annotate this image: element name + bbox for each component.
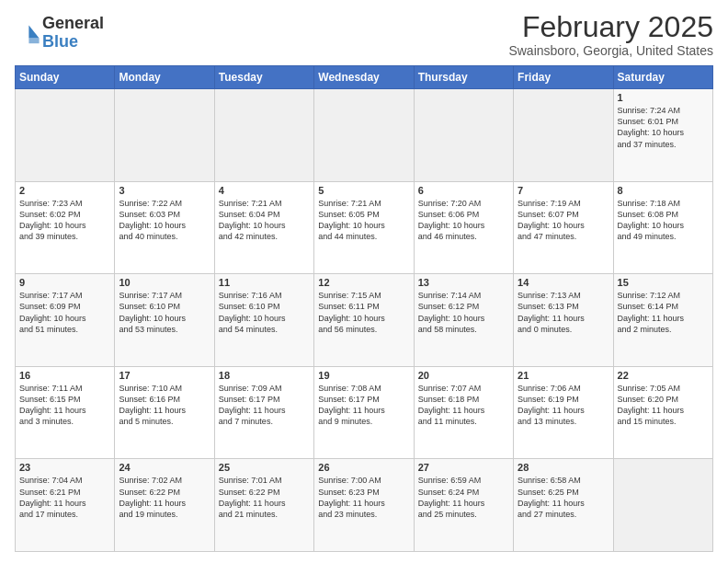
day-number: 14 [518,277,609,288]
calendar-cell: 27Sunrise: 6:59 AM Sunset: 6:24 PM Dayli… [414,459,513,552]
calendar-cell [414,89,513,182]
weekday-header: Tuesday [214,66,313,89]
day-number: 11 [219,277,310,288]
calendar-cell: 16Sunrise: 7:11 AM Sunset: 6:15 PM Dayli… [16,366,115,459]
day-number: 25 [219,462,310,473]
day-number: 12 [318,277,409,288]
day-number: 24 [119,462,210,473]
calendar-cell: 12Sunrise: 7:15 AM Sunset: 6:11 PM Dayli… [314,274,414,367]
day-number: 1 [618,92,709,103]
month-title: February 2025 [508,11,713,43]
day-number: 15 [618,277,709,288]
day-info: Sunrise: 7:04 AM Sunset: 6:21 PM Dayligh… [19,475,110,520]
calendar-cell: 26Sunrise: 7:00 AM Sunset: 6:23 PM Dayli… [314,459,414,552]
day-info: Sunrise: 7:18 AM Sunset: 6:08 PM Dayligh… [618,198,709,243]
day-info: Sunrise: 7:21 AM Sunset: 6:04 PM Dayligh… [219,198,310,243]
calendar-cell: 6Sunrise: 7:20 AM Sunset: 6:06 PM Daylig… [414,181,513,274]
calendar-cell: 3Sunrise: 7:22 AM Sunset: 6:03 PM Daylig… [115,181,214,274]
calendar-cell: 24Sunrise: 7:02 AM Sunset: 6:22 PM Dayli… [115,459,214,552]
calendar-cell [314,89,414,182]
day-info: Sunrise: 7:17 AM Sunset: 6:10 PM Dayligh… [119,290,210,335]
svg-marker-2 [28,38,39,43]
calendar-week-row: 1Sunrise: 7:24 AM Sunset: 6:01 PM Daylig… [16,89,713,182]
calendar-cell: 21Sunrise: 7:06 AM Sunset: 6:19 PM Dayli… [514,366,613,459]
day-info: Sunrise: 7:17 AM Sunset: 6:09 PM Dayligh… [19,290,110,335]
calendar-cell [115,89,214,182]
title-block: February 2025 Swainsboro, Georgia, Unite… [508,11,713,58]
day-number: 18 [219,370,310,381]
day-number: 3 [119,185,210,196]
calendar-cell: 23Sunrise: 7:04 AM Sunset: 6:21 PM Dayli… [16,459,115,552]
page: General Blue February 2025 Swainsboro, G… [0,0,728,563]
day-number: 19 [318,370,409,381]
calendar-cell: 1Sunrise: 7:24 AM Sunset: 6:01 PM Daylig… [613,89,712,182]
day-info: Sunrise: 7:11 AM Sunset: 6:15 PM Dayligh… [19,383,110,428]
day-number: 8 [618,185,709,196]
day-number: 22 [618,370,709,381]
calendar-cell: 14Sunrise: 7:13 AM Sunset: 6:13 PM Dayli… [514,274,613,367]
day-info: Sunrise: 6:58 AM Sunset: 6:25 PM Dayligh… [518,475,609,520]
calendar-week-row: 16Sunrise: 7:11 AM Sunset: 6:15 PM Dayli… [16,366,713,459]
day-info: Sunrise: 7:08 AM Sunset: 6:17 PM Dayligh… [318,383,409,428]
calendar-cell: 2Sunrise: 7:23 AM Sunset: 6:02 PM Daylig… [16,181,115,274]
weekday-header: Sunday [16,66,115,89]
logo-text: General Blue [42,15,104,52]
day-number: 17 [119,370,210,381]
calendar-cell [613,459,712,552]
day-number: 20 [418,370,509,381]
day-number: 26 [318,462,409,473]
day-info: Sunrise: 7:22 AM Sunset: 6:03 PM Dayligh… [119,198,210,243]
day-info: Sunrise: 7:12 AM Sunset: 6:14 PM Dayligh… [618,290,709,335]
calendar-cell: 7Sunrise: 7:19 AM Sunset: 6:07 PM Daylig… [514,181,613,274]
calendar-cell: 9Sunrise: 7:17 AM Sunset: 6:09 PM Daylig… [16,274,115,367]
calendar-cell: 15Sunrise: 7:12 AM Sunset: 6:14 PM Dayli… [613,274,712,367]
calendar-cell: 20Sunrise: 7:07 AM Sunset: 6:18 PM Dayli… [414,366,513,459]
logo: General Blue [15,15,104,52]
calendar-week-row: 23Sunrise: 7:04 AM Sunset: 6:21 PM Dayli… [16,459,713,552]
day-info: Sunrise: 7:06 AM Sunset: 6:19 PM Dayligh… [518,383,609,428]
logo-icon [15,20,40,46]
header: General Blue February 2025 Swainsboro, G… [15,11,713,58]
calendar-cell: 18Sunrise: 7:09 AM Sunset: 6:17 PM Dayli… [214,366,313,459]
day-number: 16 [19,370,110,381]
day-info: Sunrise: 7:19 AM Sunset: 6:07 PM Dayligh… [518,198,609,243]
day-info: Sunrise: 7:13 AM Sunset: 6:13 PM Dayligh… [518,290,609,335]
day-info: Sunrise: 7:15 AM Sunset: 6:11 PM Dayligh… [318,290,409,335]
calendar-cell: 10Sunrise: 7:17 AM Sunset: 6:10 PM Dayli… [115,274,214,367]
weekday-header: Friday [514,66,613,89]
calendar-cell: 28Sunrise: 6:58 AM Sunset: 6:25 PM Dayli… [514,459,613,552]
weekday-header: Thursday [414,66,513,89]
calendar-cell: 17Sunrise: 7:10 AM Sunset: 6:16 PM Dayli… [115,366,214,459]
calendar-cell: 25Sunrise: 7:01 AM Sunset: 6:22 PM Dayli… [214,459,313,552]
day-info: Sunrise: 7:05 AM Sunset: 6:20 PM Dayligh… [618,383,709,428]
day-number: 23 [19,462,110,473]
day-number: 10 [119,277,210,288]
day-info: Sunrise: 7:09 AM Sunset: 6:17 PM Dayligh… [219,383,310,428]
calendar-cell: 22Sunrise: 7:05 AM Sunset: 6:20 PM Dayli… [613,366,712,459]
day-number: 21 [518,370,609,381]
day-info: Sunrise: 7:10 AM Sunset: 6:16 PM Dayligh… [119,383,210,428]
day-number: 6 [418,185,509,196]
day-number: 5 [318,185,409,196]
calendar-cell [16,89,115,182]
calendar-week-row: 2Sunrise: 7:23 AM Sunset: 6:02 PM Daylig… [16,181,713,274]
logo-blue-text: Blue [42,33,104,52]
calendar-table: SundayMondayTuesdayWednesdayThursdayFrid… [15,65,713,552]
day-info: Sunrise: 7:00 AM Sunset: 6:23 PM Dayligh… [318,475,409,520]
day-info: Sunrise: 7:20 AM Sunset: 6:06 PM Dayligh… [418,198,509,243]
day-number: 28 [518,462,609,473]
day-info: Sunrise: 7:23 AM Sunset: 6:02 PM Dayligh… [19,198,110,243]
day-info: Sunrise: 7:01 AM Sunset: 6:22 PM Dayligh… [219,475,310,520]
day-info: Sunrise: 7:24 AM Sunset: 6:01 PM Dayligh… [618,105,709,150]
calendar-cell: 8Sunrise: 7:18 AM Sunset: 6:08 PM Daylig… [613,181,712,274]
calendar-cell: 5Sunrise: 7:21 AM Sunset: 6:05 PM Daylig… [314,181,414,274]
location-title: Swainsboro, Georgia, United States [508,43,713,58]
day-info: Sunrise: 7:07 AM Sunset: 6:18 PM Dayligh… [418,383,509,428]
calendar-cell: 11Sunrise: 7:16 AM Sunset: 6:10 PM Dayli… [214,274,313,367]
day-number: 27 [418,462,509,473]
day-info: Sunrise: 7:21 AM Sunset: 6:05 PM Dayligh… [318,198,409,243]
calendar-header-row: SundayMondayTuesdayWednesdayThursdayFrid… [16,66,713,89]
day-number: 9 [19,277,110,288]
day-info: Sunrise: 6:59 AM Sunset: 6:24 PM Dayligh… [418,475,509,520]
day-number: 2 [19,185,110,196]
